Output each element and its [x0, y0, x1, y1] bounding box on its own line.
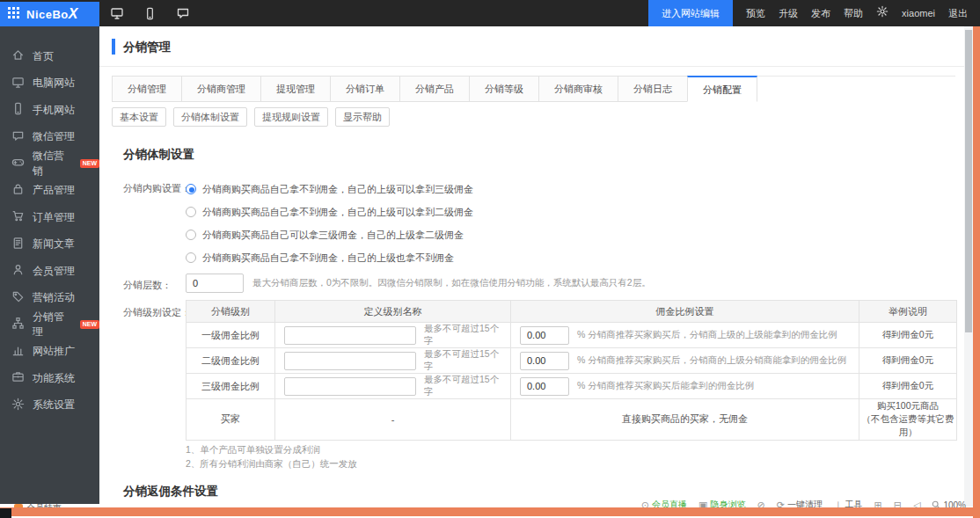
- corner-black-block: [0, 508, 11, 518]
- sidebar-item-home[interactable]: 首页: [0, 43, 99, 70]
- radio-option-2[interactable]: 分销商购买商品自己拿不到佣金，自己的上级可以拿到二级佣金: [186, 201, 473, 223]
- rate-input-1[interactable]: [520, 326, 569, 345]
- sidebar-item-label: 首页: [33, 49, 54, 64]
- layers-row: 最大分销商层数，0为不限制。因微信分销限制，如在微信使用分销功能，系统默认最高只…: [186, 274, 651, 293]
- logo-block[interactable]: NiceBoX: [0, 2, 99, 26]
- publish-link[interactable]: 发布: [811, 7, 830, 20]
- sidebar-item-member-management[interactable]: 会员管理: [0, 258, 99, 285]
- document-icon: [11, 237, 25, 252]
- tab-config[interactable]: 分销配置: [687, 76, 757, 102]
- sidebar-item-news-articles[interactable]: 新闻文章: [0, 231, 99, 259]
- radio-option-1[interactable]: 分销商购买商品自己拿不到佣金，自己的上级可以拿到三级佣金: [186, 178, 473, 201]
- level-name-input-3[interactable]: [284, 377, 416, 396]
- name-hint: 最多不可超过15个字: [424, 323, 501, 347]
- radio-option-3[interactable]: 分销商购买商品自己可以拿三级佣金，自己的上级拿二级佣金: [186, 223, 473, 246]
- table-row: 二级佣金比例 最多不可超过15个字 % 分销商推荐买家购买后，分销商的上级分销商…: [186, 348, 957, 374]
- mobile-site-icon[interactable]: [143, 7, 157, 20]
- buyer-example-line2: （不包含运费等其它费用）: [859, 412, 956, 439]
- apps-grid-icon[interactable]: [8, 6, 19, 22]
- note-2: 2、所有分销利润由商家（自己）统一发放: [186, 456, 357, 471]
- title-accent-bar: [112, 39, 115, 55]
- chat-bubble-icon: [11, 129, 25, 145]
- radio-label: 分销商购买商品自己拿不到佣金，自己的上级也拿不到佣金: [202, 252, 454, 265]
- briefcase-icon: [11, 370, 25, 386]
- withdraw-rules-button[interactable]: 提现规则设置: [254, 107, 328, 127]
- table-row: 一级佣金比例 最多不可超过15个字 % 分销商推荐买家购买后，分销商上级的上级能…: [186, 323, 957, 348]
- sidebar-item-site-promotion[interactable]: 网站推广: [0, 339, 99, 366]
- level-name-input-2[interactable]: [284, 352, 416, 370]
- sidebar-item-product-management[interactable]: 产品管理: [0, 178, 99, 205]
- enter-site-editor-button[interactable]: 进入网站编辑: [648, 0, 733, 26]
- new-badge: NEW: [80, 159, 99, 168]
- buyer-example-cell: 购买100元商品 （不包含运费等其它费用）: [859, 399, 957, 441]
- sidebar-item-wechat-marketing[interactable]: 微信营销 NEW: [0, 150, 99, 178]
- logout-link[interactable]: 退出: [948, 7, 968, 20]
- preview-link[interactable]: 预览: [746, 7, 765, 20]
- tag-icon: [11, 290, 25, 306]
- smartphone-icon: [11, 102, 25, 118]
- tab-distribution[interactable]: 分销管理: [112, 76, 182, 102]
- rate-desc: % 分销商推荐买家购买后，分销商的上级分销商能拿到的佣金比例: [577, 354, 846, 367]
- radio-label: 分销商购买商品自己可以拿三级佣金，自己的上级拿二级佣金: [202, 229, 464, 242]
- frame-right-strip: [973, 0, 980, 518]
- page-title: 分销管理: [123, 40, 171, 55]
- upgrade-link[interactable]: 升级: [779, 7, 798, 20]
- distribution-system-settings-button[interactable]: 分销体制设置: [173, 107, 247, 127]
- sidebar-item-distribution-management[interactable]: 分销管理 NEW: [0, 311, 99, 339]
- sidebar-item-mobile-site[interactable]: 手机网站: [0, 97, 99, 124]
- sidebar-item-label: 新闻文章: [33, 237, 75, 252]
- col-header-level: 分销级别: [186, 301, 275, 323]
- desktop-site-icon[interactable]: [110, 6, 124, 20]
- monitor-icon: [11, 76, 25, 91]
- buyer-name-cell: -: [275, 399, 511, 441]
- show-help-button[interactable]: 显示帮助: [335, 107, 390, 127]
- level-name-input-1[interactable]: [284, 326, 416, 345]
- tab-bar: 分销管理 分销商管理 提现管理 分销订单 分销产品 分销等级 分销商审核 分销日…: [112, 76, 757, 102]
- settings-gear-icon[interactable]: [876, 5, 889, 21]
- radio-label: 分销商购买商品自己拿不到佣金，自己的上级可以拿到三级佣金: [202, 183, 473, 196]
- tab-products[interactable]: 分销产品: [399, 76, 470, 102]
- sidebar-item-system-settings[interactable]: 系统设置: [0, 392, 99, 420]
- gamepad-icon: [11, 156, 25, 171]
- sidebar-item-order-management[interactable]: 订单管理: [0, 204, 99, 231]
- radio-icon: [186, 207, 196, 217]
- home-icon: [11, 48, 25, 64]
- sidebar-item-label: 产品管理: [33, 183, 75, 198]
- vertical-scrollbar[interactable]: [964, 26, 973, 507]
- radio-icon: [186, 230, 196, 240]
- table-header-row: 分销级别 定义级别名称 佣金比例设置 举例说明: [186, 301, 957, 323]
- purchase-radio-group: 分销商购买商品自己拿不到佣金，自己的上级可以拿到三级佣金 分销商购买商品自己拿不…: [186, 178, 473, 269]
- tab-levels[interactable]: 分销等级: [469, 76, 539, 102]
- tab-logs[interactable]: 分销日志: [618, 76, 688, 102]
- tab-distributors[interactable]: 分销商管理: [181, 76, 261, 102]
- levels-table: 分销级别 定义级别名称 佣金比例设置 举例说明 一级佣金比例 最多不可超过15个…: [186, 300, 957, 441]
- logo: NiceBoX: [26, 6, 78, 22]
- rate-input-3[interactable]: [520, 377, 569, 396]
- sidebar-item-function-system[interactable]: 功能系统: [0, 365, 99, 392]
- buyer-desc-cell: 直接购买商品的买家，无佣金: [511, 399, 859, 441]
- rate-input-2[interactable]: [520, 352, 569, 370]
- example-cell: 得到佣金0元: [859, 374, 957, 399]
- username[interactable]: xiaomei: [902, 8, 935, 18]
- person-icon: [11, 263, 25, 279]
- help-link[interactable]: 帮助: [844, 7, 863, 20]
- message-icon[interactable]: [176, 6, 190, 20]
- screen: NiceBoX 进入网站编辑 预览 升级 发布 帮助 xiaomei 退出 首页…: [0, 0, 980, 518]
- sidebar-item-label: 微信管理: [33, 129, 75, 144]
- rate-desc: % 分销商推荐买家购买后能拿到的佣金比例: [577, 380, 754, 392]
- basic-settings-button[interactable]: 基本设置: [112, 107, 166, 127]
- sidebar-item-label: 会员管理: [33, 264, 75, 279]
- sidebar-item-wechat-management[interactable]: 微信管理: [0, 124, 99, 151]
- frame-bottom-strip: [0, 507, 980, 516]
- layer-count-input[interactable]: [186, 274, 244, 293]
- sidebar-item-label: 网站推广: [33, 344, 75, 359]
- levels-label: 分销级别设定：: [123, 306, 191, 319]
- scrollbar-thumb[interactable]: [965, 30, 972, 332]
- radio-option-4[interactable]: 分销商购买商品自己拿不到佣金，自己的上级也拿不到佣金: [186, 246, 473, 269]
- tab-distributor-review[interactable]: 分销商审核: [538, 76, 618, 102]
- tab-withdrawals[interactable]: 提现管理: [260, 76, 331, 102]
- sidebar-item-pc-site[interactable]: 电脑网站: [0, 70, 99, 98]
- table-row: 三级佣金比例 最多不可超过15个字 % 分销商推荐买家购买后能拿到的佣金比例 得…: [186, 374, 957, 399]
- sidebar-item-marketing-activities[interactable]: 营销活动: [0, 285, 99, 312]
- tab-orders[interactable]: 分销订单: [330, 76, 400, 102]
